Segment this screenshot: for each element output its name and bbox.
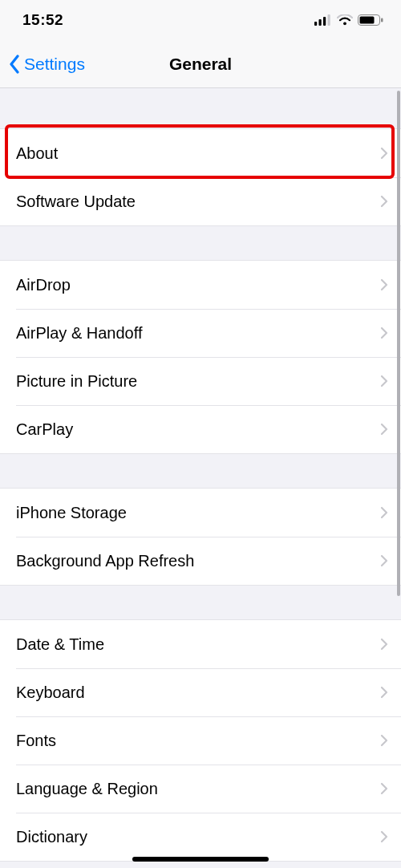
- status-time: 15:52: [22, 11, 63, 29]
- chevron-right-icon: [380, 638, 388, 651]
- chevron-right-icon: [380, 423, 388, 436]
- back-label: Settings: [24, 55, 85, 74]
- chevron-right-icon: [380, 686, 388, 699]
- row-label: AirPlay & Handoff: [16, 324, 143, 343]
- highlight-annotation: [5, 124, 395, 179]
- row-label: CarPlay: [16, 420, 73, 439]
- svg-point-4: [343, 22, 346, 25]
- row-iphone-storage[interactable]: iPhone Storage: [0, 489, 401, 537]
- cellular-icon: [314, 14, 332, 26]
- svg-rect-1: [319, 19, 322, 26]
- row-label: About: [16, 144, 58, 163]
- svg-rect-0: [314, 22, 317, 26]
- row-label: Dictionary: [16, 828, 87, 846]
- svg-rect-7: [381, 18, 383, 22]
- group-1: AirDrop AirPlay & Handoff Picture in Pic…: [0, 260, 401, 454]
- home-indicator: [132, 857, 269, 862]
- row-label: Software Update: [16, 193, 136, 211]
- nav-header: Settings General: [0, 40, 401, 88]
- row-about[interactable]: About: [0, 129, 401, 177]
- row-dictionary[interactable]: Dictionary: [0, 813, 401, 861]
- back-button[interactable]: Settings: [0, 55, 85, 74]
- battery-icon: [358, 14, 383, 26]
- chevron-right-icon: [380, 327, 388, 339]
- wifi-icon: [337, 14, 353, 26]
- content: About Software Update AirDrop AirPlay & …: [0, 88, 401, 868]
- chevron-right-icon: [380, 782, 388, 795]
- row-label: Background App Refresh: [16, 552, 194, 570]
- chevron-right-icon: [380, 554, 388, 567]
- row-date-time[interactable]: Date & Time: [0, 620, 401, 668]
- row-label: AirDrop: [16, 276, 71, 294]
- group-3: Date & Time Keyboard Fonts Language & Re…: [0, 619, 401, 862]
- chevron-right-icon: [380, 830, 388, 843]
- chevron-right-icon: [380, 195, 388, 208]
- row-airdrop[interactable]: AirDrop: [0, 261, 401, 309]
- svg-rect-6: [360, 17, 375, 24]
- chevron-right-icon: [380, 375, 388, 387]
- row-language-region[interactable]: Language & Region: [0, 765, 401, 813]
- chevron-right-icon: [380, 147, 388, 160]
- row-label: Fonts: [16, 732, 56, 750]
- chevron-left-icon: [8, 55, 21, 74]
- status-icons: [314, 14, 383, 26]
- row-carplay[interactable]: CarPlay: [0, 405, 401, 453]
- scroll-indicator: [397, 91, 400, 596]
- row-label: Language & Region: [16, 780, 158, 798]
- chevron-right-icon: [380, 506, 388, 519]
- group-0: About Software Update: [0, 128, 401, 226]
- row-airplay-handoff[interactable]: AirPlay & Handoff: [0, 309, 401, 357]
- row-picture-in-picture[interactable]: Picture in Picture: [0, 357, 401, 405]
- row-label: Keyboard: [16, 683, 85, 702]
- row-background-app-refresh[interactable]: Background App Refresh: [0, 537, 401, 585]
- group-2: iPhone Storage Background App Refresh: [0, 488, 401, 586]
- status-bar: 15:52: [0, 0, 401, 40]
- row-label: iPhone Storage: [16, 504, 127, 522]
- row-label: Date & Time: [16, 635, 104, 654]
- chevron-right-icon: [380, 734, 388, 747]
- row-software-update[interactable]: Software Update: [0, 177, 401, 225]
- row-fonts[interactable]: Fonts: [0, 716, 401, 765]
- svg-rect-2: [323, 17, 326, 26]
- svg-rect-3: [328, 14, 330, 26]
- row-keyboard[interactable]: Keyboard: [0, 668, 401, 716]
- row-label: Picture in Picture: [16, 372, 137, 391]
- chevron-right-icon: [380, 278, 388, 291]
